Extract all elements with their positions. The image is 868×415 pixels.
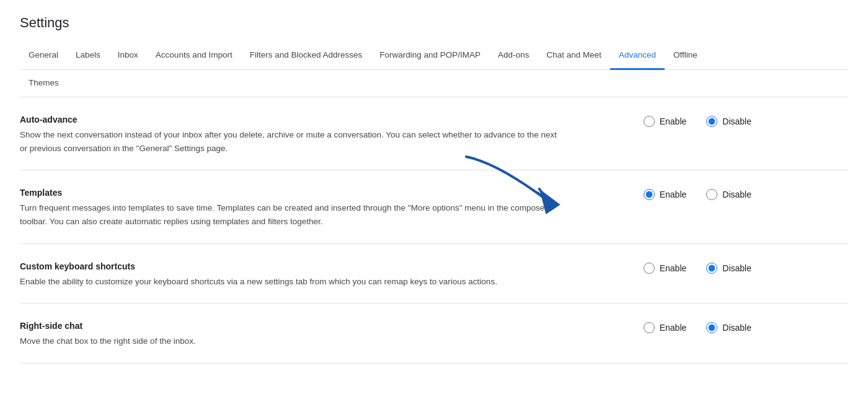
tab-advanced[interactable]: Advanced: [610, 42, 665, 70]
setting-info-auto-advance: Auto-advanceShow the next conversation i…: [20, 115, 603, 155]
setting-title-right-side-chat: Right-side chat: [20, 321, 603, 331]
enable-radio-templates[interactable]: [644, 189, 655, 200]
disable-radio-custom-keyboard-shortcuts[interactable]: [706, 263, 717, 274]
tab-inbox[interactable]: Inbox: [109, 42, 147, 70]
enable-radio-right-side-chat[interactable]: [644, 322, 655, 333]
setting-desc-templates: Turn frequent messages into templates to…: [20, 201, 565, 228]
enable-option-right-side-chat[interactable]: Enable: [644, 322, 687, 333]
disable-label-templates: Disable: [722, 190, 751, 199]
setting-title-templates: Templates: [20, 188, 603, 198]
setting-desc-custom-keyboard-shortcuts: Enable the ability to customize your key…: [20, 275, 565, 289]
disable-option-templates[interactable]: Disable: [706, 189, 751, 200]
disable-label-auto-advance: Disable: [722, 116, 751, 126]
disable-label-right-side-chat: Disable: [722, 323, 751, 333]
enable-label-custom-keyboard-shortcuts: Enable: [660, 263, 687, 273]
setting-controls-templates: EnableDisable: [603, 188, 751, 200]
disable-radio-auto-advance[interactable]: [706, 116, 717, 127]
settings-content: Auto-advanceShow the next conversation i…: [20, 97, 848, 364]
setting-section-right-side-chat: Right-side chatMove the chat box to the …: [20, 304, 848, 364]
disable-option-auto-advance[interactable]: Disable: [706, 116, 751, 127]
tab-themes[interactable]: Themes: [20, 70, 68, 98]
tab-labels[interactable]: Labels: [67, 42, 109, 70]
tab-filters-blocked[interactable]: Filters and Blocked Addresses: [241, 42, 371, 70]
enable-radio-custom-keyboard-shortcuts[interactable]: [644, 263, 655, 274]
setting-desc-right-side-chat: Move the chat box to the right side of t…: [20, 334, 565, 348]
enable-label-auto-advance: Enable: [660, 116, 687, 126]
enable-option-custom-keyboard-shortcuts[interactable]: Enable: [644, 263, 687, 274]
tab-forwarding-pop[interactable]: Forwarding and POP/IMAP: [371, 42, 489, 70]
disable-option-custom-keyboard-shortcuts[interactable]: Disable: [706, 263, 751, 274]
settings-page: Settings GeneralLabelsInboxAccounts and …: [0, 0, 868, 415]
tabs-row2: Themes: [20, 70, 848, 98]
setting-controls-custom-keyboard-shortcuts: EnableDisable: [603, 261, 751, 274]
tab-add-ons[interactable]: Add-ons: [489, 42, 538, 70]
setting-section-templates: TemplatesTurn frequent messages into tem…: [20, 170, 848, 243]
setting-info-right-side-chat: Right-side chatMove the chat box to the …: [20, 321, 603, 348]
disable-label-custom-keyboard-shortcuts: Disable: [722, 263, 751, 273]
enable-radio-auto-advance[interactable]: [644, 116, 655, 127]
enable-option-templates[interactable]: Enable: [644, 189, 687, 200]
setting-section-auto-advance: Auto-advanceShow the next conversation i…: [20, 97, 848, 170]
enable-label-templates: Enable: [660, 190, 687, 199]
setting-info-custom-keyboard-shortcuts: Custom keyboard shortcutsEnable the abil…: [20, 261, 603, 289]
disable-option-right-side-chat[interactable]: Disable: [706, 322, 751, 333]
tabs-row1: GeneralLabelsInboxAccounts and ImportFil…: [20, 42, 848, 70]
setting-title-auto-advance: Auto-advance: [20, 115, 603, 124]
enable-label-right-side-chat: Enable: [660, 323, 687, 333]
tab-general[interactable]: General: [20, 42, 67, 70]
tab-accounts-import[interactable]: Accounts and Import: [147, 42, 241, 70]
setting-info-templates: TemplatesTurn frequent messages into tem…: [20, 188, 603, 228]
setting-controls-auto-advance: EnableDisable: [603, 115, 751, 127]
setting-title-custom-keyboard-shortcuts: Custom keyboard shortcuts: [20, 261, 603, 271]
disable-radio-templates[interactable]: [706, 189, 717, 200]
page-title: Settings: [20, 15, 848, 31]
enable-option-auto-advance[interactable]: Enable: [644, 116, 687, 127]
setting-section-custom-keyboard-shortcuts: Custom keyboard shortcutsEnable the abil…: [20, 244, 848, 304]
disable-radio-right-side-chat[interactable]: [706, 322, 717, 333]
tab-offline[interactable]: Offline: [665, 42, 706, 70]
setting-desc-auto-advance: Show the next conversation instead of yo…: [20, 128, 565, 155]
setting-controls-right-side-chat: EnableDisable: [603, 321, 751, 333]
tab-chat-meet[interactable]: Chat and Meet: [538, 42, 610, 70]
